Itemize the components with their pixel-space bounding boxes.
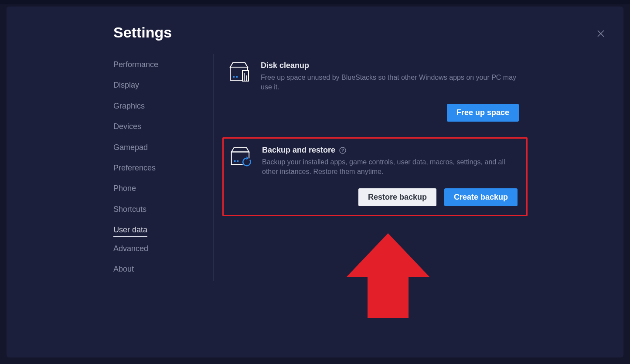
disk-cleanup-desc: Free up space unused by BlueStacks so th… [261,73,519,92]
content-area: Performance Display Graphics Devices Gam… [7,54,623,281]
sidebar-item-phone[interactable]: Phone [113,180,136,197]
free-up-space-button[interactable]: Free up space [447,104,519,122]
close-icon [597,30,605,37]
sidebar-item-user-data[interactable]: User data [113,221,147,236]
backup-restore-desc: Backup your installed apps, game control… [262,157,518,176]
titlebar-stub [0,0,630,4]
sidebar-item-shortcuts[interactable]: Shortcuts [113,201,146,218]
svg-rect-3 [233,76,235,78]
sidebar-nav: Performance Display Graphics Devices Gam… [113,54,214,281]
main-panel: Disk cleanup Free up space unused by Blu… [214,54,528,281]
close-button[interactable] [596,28,606,39]
backup-restore-icon [229,146,252,168]
sidebar-item-about[interactable]: About [113,261,134,278]
disk-cleanup-title: Disk cleanup [261,61,519,70]
svg-rect-4 [236,76,238,78]
backup-restore-section: Backup and restore ? Backup your install… [222,137,528,216]
help-icon[interactable]: ? [339,146,347,154]
restore-backup-button[interactable]: Restore backup [358,188,436,206]
sidebar-item-gamepad[interactable]: Gamepad [113,139,148,156]
sidebar-item-advanced[interactable]: Advanced [113,240,148,257]
sidebar-item-performance[interactable]: Performance [113,56,158,73]
disk-cleanup-icon [228,61,250,83]
disk-cleanup-section: Disk cleanup Free up space unused by Blu… [222,54,528,130]
svg-rect-9 [234,160,236,162]
page-title: Settings [113,24,623,41]
svg-text:?: ? [341,148,344,153]
backup-restore-title: Backup and restore ? [262,146,518,155]
backup-restore-title-text: Backup and restore [262,146,335,155]
sidebar-item-graphics[interactable]: Graphics [113,98,145,115]
svg-rect-10 [237,160,238,162]
sidebar-item-display[interactable]: Display [113,77,139,94]
settings-modal: Settings Performance Display Graphics De… [7,7,623,357]
sidebar-item-preferences[interactable]: Preferences [113,160,156,177]
create-backup-button[interactable]: Create backup [444,188,518,206]
sidebar-item-devices[interactable]: Devices [113,118,141,135]
svg-rect-5 [242,71,249,81]
